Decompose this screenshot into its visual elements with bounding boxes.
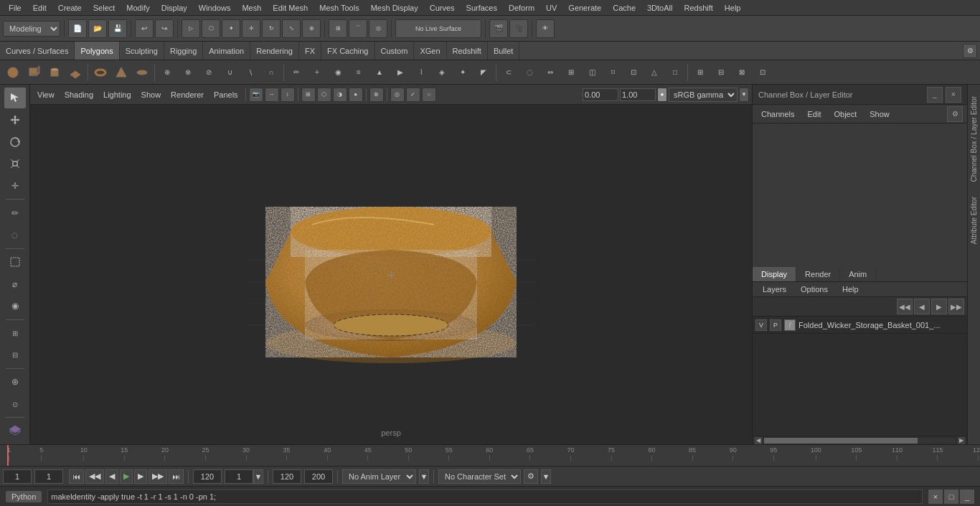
options-menu-btn[interactable]: Options: [795, 284, 834, 295]
menu-redshift[interactable]: Redshift: [678, 2, 718, 14]
select-btn[interactable]: ▷: [182, 19, 200, 38]
timeline-numbers[interactable]: 1510152025303540455055606570758085909510…: [0, 445, 980, 467]
poly-cone-icon[interactable]: [111, 62, 131, 83]
vp-renderer-btn[interactable]: Renderer: [166, 89, 208, 100]
range-end-input[interactable]: [273, 469, 301, 484]
menu-mesh[interactable]: Mesh: [236, 2, 267, 14]
frame3-arrow-btn[interactable]: ▼: [253, 469, 263, 484]
tab-animation[interactable]: Animation: [203, 42, 250, 60]
menu-mesh-tools[interactable]: Mesh Tools: [314, 2, 364, 14]
gimbal-btn[interactable]: ⊙: [4, 394, 26, 415]
menu-windows[interactable]: Windows: [193, 2, 237, 14]
lasso-sel-btn[interactable]: ⌀: [4, 273, 26, 294]
pen-icon[interactable]: ✏: [286, 62, 306, 83]
universal-tool-btn[interactable]: ✛: [4, 176, 26, 197]
vp-panels-btn[interactable]: Panels: [209, 89, 242, 100]
char-set-arrow-btn[interactable]: ▼: [541, 469, 551, 484]
move-btn[interactable]: ✛: [242, 19, 260, 38]
isolate-btn[interactable]: ◎: [390, 88, 405, 102]
layers-menu-btn[interactable]: Layers: [757, 284, 792, 295]
tab-sculpting[interactable]: Sculpting: [120, 42, 164, 60]
shade-btn[interactable]: ◑: [333, 88, 347, 102]
sym-icon[interactable]: ⇔: [540, 62, 560, 83]
cam-front-btn[interactable]: ↔: [265, 88, 279, 102]
display2-icon[interactable]: ⊟: [711, 62, 731, 83]
subdiv-icon[interactable]: ⊡: [623, 62, 644, 83]
next-frame-btn[interactable]: ▶: [134, 469, 147, 484]
menu-select[interactable]: Select: [88, 2, 121, 14]
layer-p-btn[interactable]: P: [770, 319, 781, 331]
layer-btn[interactable]: [4, 421, 26, 441]
scroll-thumb[interactable]: [764, 438, 918, 444]
render-btn[interactable]: 🎬: [489, 19, 508, 38]
undo-btn[interactable]: ↩: [135, 19, 154, 38]
show-hide-btn[interactable]: 👁: [536, 19, 555, 38]
range-end2-input[interactable]: [304, 469, 333, 484]
lasso-btn[interactable]: ⬡: [202, 19, 220, 38]
rotate-btn[interactable]: ↻: [262, 19, 281, 38]
channels-menu-btn[interactable]: Channels: [757, 108, 798, 120]
shade2-btn[interactable]: ●: [349, 88, 363, 102]
display3-icon[interactable]: ⊠: [732, 62, 752, 83]
win-min-btn[interactable]: _: [960, 489, 974, 504]
tab-fx-caching[interactable]: FX Caching: [321, 42, 374, 60]
rotate-tool-btn[interactable]: [4, 131, 26, 152]
char-set-dropdown[interactable]: No Character Set: [438, 469, 521, 484]
poke-icon[interactable]: ✦: [453, 62, 473, 83]
fill-hole-icon[interactable]: ◉: [328, 62, 348, 83]
tab-fx[interactable]: FX: [299, 42, 321, 60]
menu-file[interactable]: File: [3, 2, 27, 14]
menu-edit-mesh[interactable]: Edit Mesh: [267, 2, 314, 14]
bool-diff-icon[interactable]: ∖: [240, 62, 260, 83]
poly-cube-icon[interactable]: [24, 62, 44, 83]
layer-vis-btn[interactable]: V: [755, 319, 767, 331]
sel-none-btn[interactable]: ○: [422, 88, 436, 102]
menu-help[interactable]: Help: [719, 2, 747, 14]
grid-btn[interactable]: ⊞: [301, 88, 316, 102]
menu-curves[interactable]: Curves: [424, 2, 461, 14]
layer-color-btn[interactable]: /: [784, 319, 796, 331]
menu-generate[interactable]: Generate: [562, 2, 607, 14]
crease-icon[interactable]: ⊂: [499, 62, 519, 83]
smooth-icon[interactable]: ⌇: [411, 62, 431, 83]
cam-persp-btn[interactable]: 📷: [249, 88, 263, 102]
live-surface-btn[interactable]: No Live Surface: [395, 19, 481, 38]
object-menu-btn[interactable]: Object: [829, 108, 861, 120]
snap-curve-btn[interactable]: ⌒: [349, 19, 367, 38]
viewport[interactable]: persp: [30, 105, 752, 444]
vp-show-btn[interactable]: Show: [137, 89, 166, 100]
menu-cache[interactable]: Cache: [607, 2, 641, 14]
layer-back-btn[interactable]: ◀◀: [897, 299, 913, 314]
channel-box-vert-tab[interactable]: Channel Box / Layer Editor: [969, 90, 979, 188]
anim-layer-dropdown[interactable]: No Anim Layer: [342, 469, 416, 484]
tab-rigging[interactable]: Rigging: [164, 42, 203, 60]
edit-menu-btn[interactable]: Edit: [803, 108, 825, 120]
quad-icon[interactable]: □: [665, 62, 685, 83]
tab-xgen[interactable]: XGen: [414, 42, 446, 60]
help-menu-btn[interactable]: Help: [837, 284, 864, 295]
mode-dropdown[interactable]: Modeling: [3, 21, 60, 37]
tab-bullet[interactable]: Bullet: [488, 42, 520, 60]
append-icon[interactable]: +: [307, 62, 327, 83]
panel-close-btn[interactable]: ×: [946, 87, 961, 103]
vp-view-btn[interactable]: View: [33, 89, 59, 100]
range-start-input[interactable]: [193, 469, 222, 484]
layer-tab-anim[interactable]: Anim: [840, 267, 876, 281]
scroll-track[interactable]: [764, 438, 956, 444]
snap-grid-btn[interactable]: ⊞: [329, 19, 347, 38]
menu-modify[interactable]: Modify: [121, 2, 155, 14]
scroll-left-btn[interactable]: ◀: [754, 436, 763, 445]
wire-btn[interactable]: ⬡: [317, 88, 331, 102]
scroll-right-btn[interactable]: ▶: [957, 436, 966, 445]
move-tool-btn[interactable]: [4, 110, 26, 131]
save-file-btn[interactable]: 💾: [108, 19, 127, 38]
select-tool-btn[interactable]: [4, 88, 26, 108]
bool-int-icon[interactable]: ∩: [261, 62, 281, 83]
settings-icon[interactable]: ⚙: [963, 44, 977, 58]
menu-edit[interactable]: Edit: [27, 2, 52, 14]
frame3-input[interactable]: [225, 469, 253, 484]
open-file-btn[interactable]: 📂: [88, 19, 107, 38]
sel-all-btn[interactable]: ✓: [406, 88, 420, 102]
menu-3dtoa[interactable]: 3DtoAll: [641, 2, 678, 14]
menu-create[interactable]: Create: [52, 2, 88, 14]
